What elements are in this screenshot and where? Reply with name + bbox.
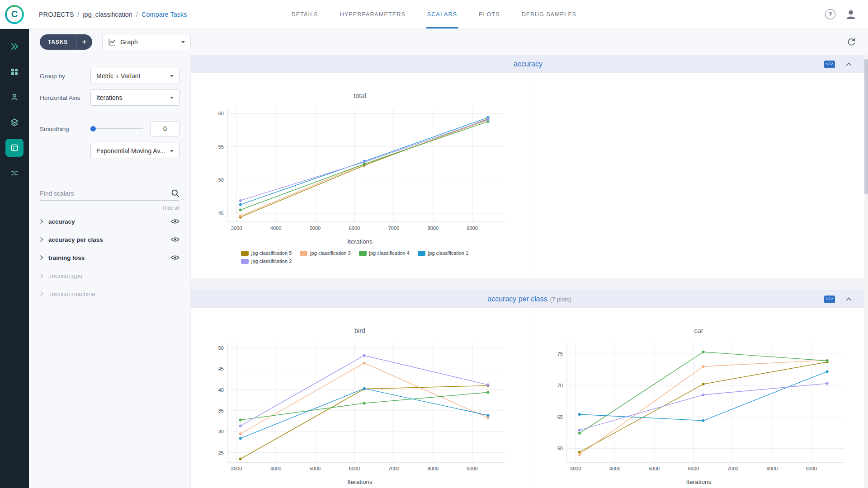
tab-scalars[interactable]: SCALARS [427, 0, 457, 28]
data-point-marker[interactable] [578, 453, 580, 456]
tab-details[interactable]: DETAILS [292, 0, 318, 28]
data-point-marker[interactable] [702, 351, 704, 353]
legend-item[interactable]: jpg classification 3 [300, 250, 350, 256]
scalar-group-training-loss[interactable]: training loss [40, 249, 179, 267]
chevron-down-icon [170, 150, 174, 152]
collapse-section-icon[interactable] [846, 297, 852, 301]
legend-color-swatch [300, 251, 307, 256]
experiments-icon[interactable] [5, 139, 24, 157]
y-tick-label: 60 [557, 446, 562, 451]
data-point-marker[interactable] [363, 387, 366, 390]
data-point-marker[interactable] [239, 209, 242, 211]
chart-canvas[interactable]: 300040005000600070008000900045505560 [200, 104, 520, 235]
data-point-marker[interactable] [826, 370, 828, 373]
horizontal-axis-select[interactable]: Iterations [90, 89, 179, 106]
chart-plot-area[interactable]: 300040005000600070008000900045505560 [200, 104, 520, 237]
legend-color-swatch [241, 251, 249, 256]
eye-visibility-icon[interactable] [171, 218, 179, 225]
data-point-marker[interactable] [239, 432, 242, 435]
data-point-marker[interactable] [578, 429, 580, 432]
view-mode-select[interactable]: Graph [102, 34, 191, 50]
breadcrumb-current[interactable]: Compare Tasks [142, 11, 187, 18]
data-point-marker[interactable] [702, 419, 704, 422]
data-point-marker[interactable] [702, 365, 704, 368]
embed-code-icon[interactable]: </> [824, 61, 835, 68]
data-point-marker[interactable] [363, 361, 366, 364]
user-avatar-icon[interactable] [844, 8, 857, 21]
group-by-select[interactable]: Metric + Variant [90, 68, 179, 84]
y-tick-label: 40 [218, 387, 224, 393]
smoothing-slider[interactable] [90, 128, 143, 129]
data-point-marker[interactable] [239, 203, 242, 206]
tab-hyperparameters[interactable]: HYPERPARAMETERS [340, 0, 406, 28]
data-point-marker[interactable] [578, 451, 580, 454]
data-point-marker[interactable] [239, 437, 242, 440]
tab-debug-samples[interactable]: DEBUG SAMPLES [522, 0, 577, 28]
data-point-marker[interactable] [363, 402, 366, 404]
data-point-marker[interactable] [239, 458, 242, 460]
eye-visibility-icon[interactable] [171, 236, 179, 243]
scalar-group-accuracy[interactable]: accuracy [40, 212, 179, 230]
chevron-right-icon[interactable] [40, 273, 43, 278]
top-header: C PROJECTS / jpg_classification / Compar… [0, 0, 868, 29]
data-point-marker[interactable] [702, 383, 704, 385]
eye-visibility-icon[interactable] [171, 254, 179, 261]
expand-nav-icon[interactable] [5, 38, 24, 56]
data-point-marker[interactable] [826, 359, 828, 362]
legend-item[interactable]: jpg classification 5 [241, 250, 292, 256]
data-point-marker[interactable] [239, 215, 242, 217]
legend-item[interactable]: jpg classification 1 [418, 250, 468, 256]
collapse-section-icon[interactable] [846, 62, 852, 66]
help-icon[interactable]: ? [825, 9, 835, 19]
data-point-marker[interactable] [487, 118, 490, 121]
search-icon[interactable] [171, 189, 179, 197]
data-point-marker[interactable] [487, 384, 490, 386]
scalar-group-monitor-gpu[interactable]: :monitor:gpu [40, 267, 179, 285]
data-point-marker[interactable] [363, 161, 366, 164]
find-scalars-input[interactable] [40, 190, 171, 197]
data-point-marker[interactable] [239, 418, 242, 421]
chart-canvas[interactable]: 3000400050006000700080009000253035404550 [200, 339, 520, 476]
chevron-right-icon[interactable] [40, 237, 43, 242]
auto-refresh-icon[interactable] [847, 38, 856, 47]
tasks-button[interactable]: TASKS + [40, 34, 92, 50]
data-point-marker[interactable] [487, 391, 490, 394]
chart-canvas[interactable]: 300040005000600070008000900060657075 [539, 339, 859, 476]
data-point-marker[interactable] [826, 382, 828, 385]
clearml-logo[interactable]: C [5, 5, 24, 24]
scalar-group-accuracy-per-class[interactable]: accuracy per class [40, 230, 179, 249]
add-task-button[interactable]: + [76, 34, 92, 50]
data-point-marker[interactable] [578, 413, 580, 416]
data-point-marker[interactable] [363, 354, 366, 357]
embed-code-icon[interactable]: </> [824, 296, 835, 303]
tab-plots[interactable]: PLOTS [479, 0, 500, 28]
smoothing-slider-knob[interactable] [90, 126, 96, 131]
legend-item[interactable]: jpg classification 4 [359, 250, 410, 256]
scalar-group-monitor-machine[interactable]: :monitor:machine [40, 285, 179, 303]
workers-queues-icon[interactable] [5, 88, 24, 106]
dashboard-icon[interactable] [5, 63, 24, 81]
pipelines-icon[interactable] [5, 164, 24, 182]
breadcrumb-project-name[interactable]: jpg_classification [83, 11, 132, 18]
chevron-right-icon[interactable] [40, 219, 43, 224]
scrollbar-thumb[interactable] [864, 59, 868, 194]
smoothing-value-input[interactable] [151, 121, 179, 136]
breadcrumb-projects[interactable]: PROJECTS [39, 11, 74, 18]
legend-item[interactable]: jpg classification 2 [241, 258, 292, 264]
chevron-right-icon[interactable] [40, 255, 43, 260]
y-tick-label: 70 [557, 383, 562, 388]
smoothing-type-select[interactable]: Exponential Moving Av... [90, 143, 179, 159]
vertical-scrollbar[interactable] [864, 55, 868, 488]
data-point-marker[interactable] [487, 417, 490, 419]
datasets-icon[interactable] [5, 113, 24, 131]
chart-plot-area[interactable]: 300040005000600070008000900060657075 [539, 339, 859, 478]
chevron-right-icon[interactable] [40, 291, 43, 296]
data-point-marker[interactable] [487, 414, 490, 417]
data-point-marker[interactable] [702, 394, 704, 396]
data-point-marker[interactable] [239, 199, 242, 202]
chart-title: car [694, 327, 703, 334]
chart-plot-area[interactable]: 3000400050006000700080009000253035404550 [200, 339, 520, 478]
hide-all-link[interactable]: Hide all [40, 205, 179, 211]
data-point-marker[interactable] [578, 432, 580, 435]
data-point-marker[interactable] [239, 424, 242, 427]
